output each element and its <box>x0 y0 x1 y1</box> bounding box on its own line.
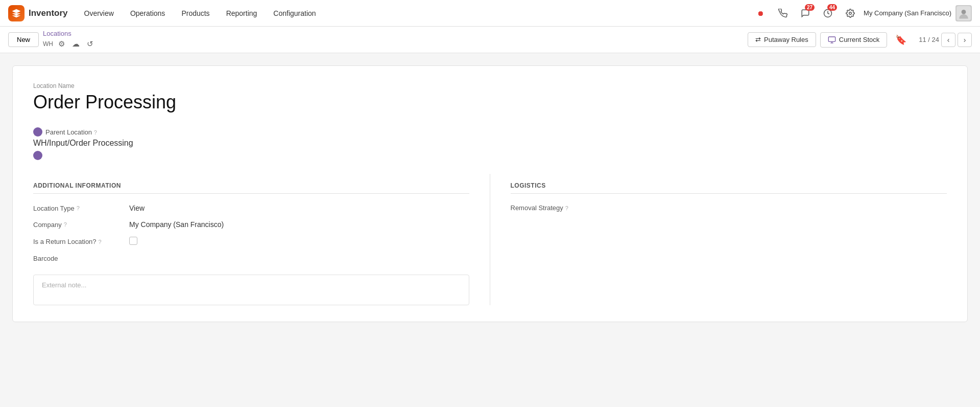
breadcrumb-area: Locations WH ⚙ ☁ ↺ <box>43 30 95 50</box>
company-value: My Company (San Francisco) <box>129 220 224 229</box>
additional-info-title: ADDITIONAL INFORMATION <box>33 182 469 194</box>
location-type-label: Location Type ? <box>33 205 125 212</box>
main-content: Location Name Order Processing Parent Lo… <box>0 53 980 334</box>
phone-icon[interactable] <box>774 4 792 22</box>
record-title: Order Processing <box>33 92 947 113</box>
barcode-row: Barcode <box>33 255 469 262</box>
logistics-section: LOGISTICS Removal Strategy ? <box>490 174 947 305</box>
app-title: Inventory <box>29 8 68 18</box>
settings-small-icon[interactable]: ⚙ <box>56 38 67 50</box>
app-icon <box>8 5 25 21</box>
prev-page-button[interactable]: ‹ <box>941 33 955 47</box>
svg-point-2 <box>962 10 966 14</box>
parent-location-row: Parent Location ? WH/Input/Order Process… <box>33 127 947 162</box>
putaway-icon: ⇄ <box>755 36 761 43</box>
current-stock-label: Current Stock <box>839 36 879 43</box>
location-type-help[interactable]: ? <box>77 205 80 211</box>
next-page-button[interactable]: › <box>958 33 972 47</box>
bookmark-button[interactable]: 🔖 <box>895 34 906 46</box>
company-row: Company ? My Company (San Francisco) <box>33 220 469 229</box>
location-type-row: Location Type ? View <box>33 204 469 212</box>
page-info: 11 / 24 <box>919 36 939 43</box>
logistics-title: LOGISTICS <box>511 182 947 194</box>
return-location-checkbox[interactable] <box>129 237 137 246</box>
return-location-label: Is a Return Location? ? <box>33 238 125 245</box>
putaway-rules-button[interactable]: ⇄ Putaway Rules <box>748 32 816 47</box>
nav-icons: ⏺ 27 44 My Company (San Francis <box>751 4 972 22</box>
return-location-help[interactable]: ? <box>99 239 102 245</box>
parent-dot-top <box>33 127 42 137</box>
breadcrumb-wh: WH <box>43 40 53 48</box>
current-stock-button[interactable]: Current Stock <box>820 32 887 48</box>
nav-reporting[interactable]: Reporting <box>220 6 264 20</box>
parent-dot-bottom <box>33 151 42 160</box>
parent-help-icon[interactable]: ? <box>94 129 97 135</box>
refresh-icon[interactable]: ↺ <box>85 38 95 50</box>
return-location-row: Is a Return Location? ? <box>33 237 469 246</box>
svg-rect-3 <box>828 37 835 41</box>
removal-strategy-label: Removal Strategy ? <box>511 204 603 212</box>
user-avatar[interactable] <box>955 5 972 21</box>
location-name-label: Location Name <box>33 82 947 89</box>
upload-icon[interactable]: ☁ <box>70 38 82 50</box>
chat-badge: 27 <box>805 4 815 11</box>
clock-badge: 44 <box>827 4 837 11</box>
sections-row: ADDITIONAL INFORMATION Location Type ? V… <box>33 174 947 305</box>
nav-configuration[interactable]: Configuration <box>267 6 322 20</box>
user-company: My Company (San Francisco) <box>864 9 951 17</box>
checkbox-empty[interactable] <box>129 237 137 245</box>
removal-strategy-help[interactable]: ? <box>565 205 568 211</box>
new-button[interactable]: New <box>8 32 39 47</box>
nav-operations[interactable]: Operations <box>124 6 171 20</box>
toolbar-actions: ⇄ Putaway Rules Current Stock <box>748 32 887 48</box>
parent-location-label: Parent Location ? <box>45 128 97 136</box>
settings-icon[interactable] <box>841 4 859 22</box>
nav-overview[interactable]: Overview <box>78 6 120 20</box>
parent-location-value: WH/Input/Order Processing <box>33 139 133 148</box>
removal-strategy-row: Removal Strategy ? <box>511 204 947 212</box>
company-help[interactable]: ? <box>64 221 67 228</box>
nav-products[interactable]: Products <box>175 6 216 20</box>
putaway-rules-label: Putaway Rules <box>764 36 808 43</box>
toolbar: New Locations WH ⚙ ☁ ↺ ⇄ Putaway Rules C… <box>0 27 980 53</box>
external-note[interactable]: External note... <box>33 275 469 305</box>
record-card: Location Name Order Processing Parent Lo… <box>12 65 968 322</box>
breadcrumb-sub: WH ⚙ ☁ ↺ <box>43 38 95 50</box>
record-button[interactable]: ⏺ <box>751 4 770 22</box>
pagination-area: 11 / 24 ‹ › <box>919 33 972 47</box>
current-stock-icon <box>828 36 836 44</box>
additional-info-section: ADDITIONAL INFORMATION Location Type ? V… <box>33 174 490 305</box>
barcode-label: Barcode <box>33 255 125 262</box>
company-label: Company ? <box>33 221 125 229</box>
chat-icon[interactable]: 27 <box>796 4 815 22</box>
clock-icon[interactable]: 44 <box>819 4 837 22</box>
breadcrumb-locations[interactable]: Locations <box>43 30 95 37</box>
location-type-value: View <box>129 204 145 212</box>
top-navigation: Inventory Overview Operations Products R… <box>0 0 980 27</box>
external-note-placeholder: External note... <box>42 281 86 289</box>
